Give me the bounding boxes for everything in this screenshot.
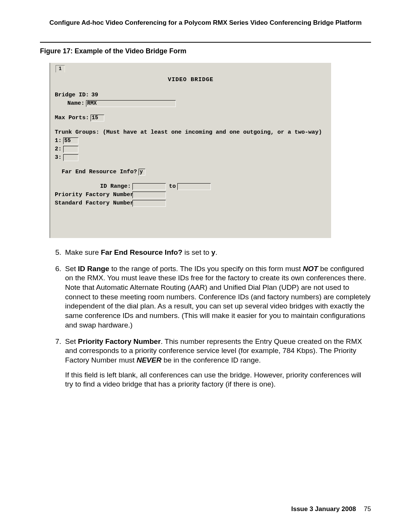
standard-factory-field[interactable] bbox=[132, 200, 166, 207]
instruction-steps: 5. Make sure Far End Resource Info? is s… bbox=[40, 248, 371, 389]
trunk-row3-label: 3: bbox=[55, 154, 62, 161]
trunk-row1-label: 1: bbox=[55, 137, 62, 145]
page-footer: Issue 3 January 2008 75 bbox=[291, 505, 371, 513]
trunk-row1-field[interactable]: 55 bbox=[63, 137, 78, 144]
form-title: VIDEO BRIDGE bbox=[55, 77, 327, 83]
id-range-to-label: to bbox=[169, 183, 176, 190]
id-range-label: ID Range: bbox=[55, 183, 131, 190]
step-7: 7. Set Priority Factory Number. This num… bbox=[40, 337, 371, 389]
fer-field[interactable]: y bbox=[139, 169, 145, 176]
video-bridge-form-screenshot: 1 VIDEO BRIDGE Bridge ID: 39 Name: RMX M… bbox=[49, 63, 331, 238]
step-7-number: 7. bbox=[40, 337, 65, 389]
footer-page-number: 75 bbox=[364, 505, 371, 513]
max-ports-label: Max Ports: bbox=[55, 114, 89, 122]
fer-label: Far End Resource Info? bbox=[62, 168, 137, 176]
form-tab-1: 1 bbox=[56, 65, 65, 72]
figure-caption: Figure 17: Example of the Video Bridge F… bbox=[40, 47, 371, 55]
trunk-row2-label: 2: bbox=[55, 145, 62, 153]
step-5-text: Make sure bbox=[65, 248, 101, 256]
name-label: Name: bbox=[67, 100, 84, 107]
name-field[interactable]: RMX bbox=[86, 100, 176, 107]
step-7-paragraph2: If this field is left blank, all confere… bbox=[65, 371, 371, 389]
step-6-bold1: ID Range bbox=[78, 265, 109, 273]
step-6: 6. Set ID Range to the range of ports. T… bbox=[40, 264, 371, 330]
step-5: 5. Make sure Far End Resource Info? is s… bbox=[40, 248, 371, 257]
priority-factory-label: Priority Factory Number: bbox=[55, 191, 131, 199]
step-5-number: 5. bbox=[40, 248, 65, 257]
bridge-id-label: Bridge ID: bbox=[55, 91, 89, 99]
standard-factory-label: Standard Factory Number: bbox=[55, 200, 131, 207]
trunk-groups-label: Trunk Groups: (Must have at least one in… bbox=[55, 129, 322, 136]
step-5-bold1: Far End Resource Info? bbox=[101, 248, 182, 256]
step-6-number: 6. bbox=[40, 264, 65, 330]
footer-issue: Issue 3 January 2008 bbox=[291, 505, 356, 513]
step-7-never: NEVER bbox=[137, 356, 161, 364]
id-range-from-field[interactable] bbox=[132, 183, 166, 190]
step-5-bold2: y bbox=[211, 248, 215, 256]
priority-factory-field[interactable] bbox=[132, 192, 166, 198]
trunk-row3-field[interactable] bbox=[63, 154, 78, 161]
bridge-id-value: 39 bbox=[91, 91, 98, 99]
id-range-to-field[interactable] bbox=[177, 183, 211, 190]
step-7-bold1: Priority Factory Number bbox=[78, 337, 161, 345]
max-ports-field[interactable]: 15 bbox=[91, 115, 104, 121]
step-6-not: NOT bbox=[303, 265, 318, 273]
divider bbox=[40, 42, 371, 43]
trunk-row2-field[interactable] bbox=[63, 146, 78, 153]
running-header: Configure Ad-hoc Video Conferencing for … bbox=[40, 19, 371, 27]
